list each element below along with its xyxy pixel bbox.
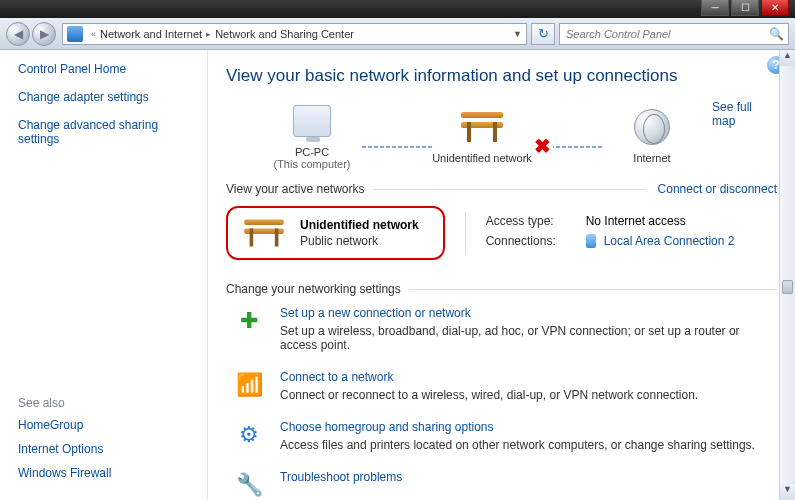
- back-button[interactable]: ◀: [6, 22, 30, 46]
- settings-link[interactable]: Set up a new connection or network: [280, 306, 777, 320]
- close-button[interactable]: ✕: [761, 0, 789, 16]
- network-type[interactable]: Public network: [300, 234, 419, 248]
- search-icon: 🔍: [769, 27, 784, 41]
- map-pc-sub: (This computer): [252, 158, 372, 170]
- scroll-up-arrow[interactable]: ▲: [780, 50, 795, 66]
- network-name: Unidentified network: [300, 218, 419, 232]
- map-node-this-pc[interactable]: PC-PC (This computer): [252, 100, 372, 170]
- settings-link[interactable]: Troubleshoot problems: [280, 470, 402, 484]
- minimize-button[interactable]: ─: [701, 0, 729, 16]
- settings-header: Change your networking settings: [226, 282, 401, 296]
- nic-icon: [586, 234, 596, 248]
- network-map: PC-PC (This computer) Unidentified netwo…: [252, 100, 712, 170]
- divider: [373, 189, 646, 190]
- map-network-label: Unidentified network: [422, 152, 542, 164]
- x-icon: ✖: [532, 135, 553, 157]
- chevron-icon: «: [91, 29, 96, 39]
- map-link-line: [362, 146, 432, 148]
- scroll-down-arrow[interactable]: ▼: [780, 484, 795, 500]
- address-dropdown-icon[interactable]: ▼: [513, 29, 522, 39]
- connections-label: Connections:: [486, 234, 578, 248]
- bench-icon: [461, 112, 503, 142]
- breadcrumb-seg-1[interactable]: Network and Internet: [100, 28, 202, 40]
- sidebar: Control Panel Home Change adapter settin…: [0, 50, 208, 500]
- scroll-thumb[interactable]: [782, 280, 793, 294]
- access-type-label: Access type:: [486, 214, 578, 228]
- settings-item-homegroup[interactable]: ⚙ Choose homegroup and sharing options A…: [232, 420, 777, 452]
- vertical-scrollbar[interactable]: ▲ ▼: [779, 50, 795, 500]
- page-title: View your basic network information and …: [226, 66, 777, 86]
- bench-icon: [244, 220, 284, 247]
- settings-desc: Access files and printers located on oth…: [280, 438, 755, 452]
- active-networks-header: View your active networks: [226, 182, 365, 196]
- chevron-icon: ▸: [206, 29, 211, 39]
- divider: [409, 289, 777, 290]
- sidebar-change-adapter[interactable]: Change adapter settings: [18, 90, 193, 104]
- search-box[interactable]: 🔍: [559, 23, 789, 45]
- refresh-button[interactable]: ↻: [531, 23, 555, 45]
- connect-network-icon: 📶: [232, 370, 266, 400]
- control-panel-icon: [67, 26, 83, 42]
- settings-item-connect-network[interactable]: 📶 Connect to a network Connect or reconn…: [232, 370, 777, 402]
- connection-link[interactable]: Local Area Connection 2: [604, 234, 735, 248]
- connect-or-disconnect-link[interactable]: Connect or disconnect: [658, 182, 777, 196]
- computer-icon: [293, 105, 331, 137]
- main-panel: ? View your basic network information an…: [208, 50, 795, 500]
- sidebar-change-advanced-sharing[interactable]: Change advanced sharing settings: [18, 118, 193, 146]
- settings-item-troubleshoot[interactable]: 🔧 Troubleshoot problems: [232, 470, 777, 500]
- access-type-value: No Internet access: [586, 214, 686, 228]
- homegroup-icon: ⚙: [232, 420, 266, 450]
- window-titlebar: ─ ☐ ✕: [0, 0, 795, 18]
- settings-item-setup-connection[interactable]: ✚ Set up a new connection or network Set…: [232, 306, 777, 352]
- sidebar-homegroup[interactable]: HomeGroup: [18, 418, 193, 432]
- settings-link[interactable]: Choose homegroup and sharing options: [280, 420, 755, 434]
- globe-icon: [634, 109, 670, 145]
- map-link-broken: ✖: [532, 146, 602, 148]
- settings-desc: Set up a wireless, broadband, dial-up, a…: [280, 324, 740, 352]
- map-internet-label: Internet: [592, 152, 712, 164]
- navigation-bar: ◀ ▶ « Network and Internet ▸ Network and…: [0, 18, 795, 50]
- setup-connection-icon: ✚: [232, 306, 266, 336]
- sidebar-control-panel-home[interactable]: Control Panel Home: [18, 62, 193, 76]
- forward-button[interactable]: ▶: [32, 22, 56, 46]
- sidebar-windows-firewall[interactable]: Windows Firewall: [18, 466, 193, 480]
- search-input[interactable]: [560, 24, 788, 44]
- settings-desc: Connect or reconnect to a wireless, wire…: [280, 388, 698, 402]
- divider: [465, 212, 466, 254]
- address-bar[interactable]: « Network and Internet ▸ Network and Sha…: [62, 23, 527, 45]
- maximize-button[interactable]: ☐: [731, 0, 759, 16]
- sidebar-internet-options[interactable]: Internet Options: [18, 442, 193, 456]
- active-network-box[interactable]: Unidentified network Public network: [226, 206, 445, 260]
- troubleshoot-icon: 🔧: [232, 470, 266, 500]
- map-node-internet[interactable]: Internet: [592, 106, 712, 164]
- map-node-network[interactable]: Unidentified network: [422, 106, 542, 164]
- settings-link[interactable]: Connect to a network: [280, 370, 698, 384]
- map-pc-name: PC-PC: [252, 146, 372, 158]
- breadcrumb-seg-2[interactable]: Network and Sharing Center: [215, 28, 354, 40]
- see-also-header: See also: [18, 396, 193, 410]
- see-full-map-link[interactable]: See full map: [712, 100, 777, 128]
- network-details: Access type: No Internet access Connecti…: [486, 206, 735, 260]
